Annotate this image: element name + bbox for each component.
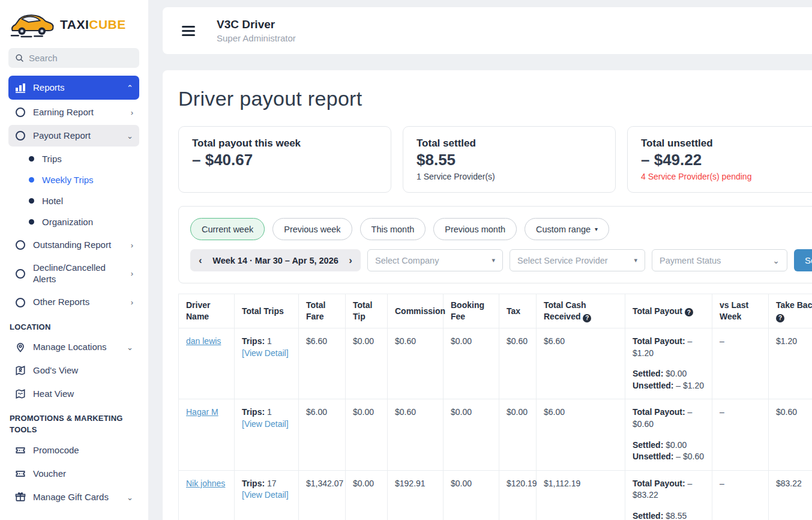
pill-this-month[interactable]: This month [360,218,426,240]
help-icon[interactable]: ? [583,314,591,322]
col-booking-fee: Booking Fee [444,294,499,328]
company-select[interactable]: Select Company ▾ [367,249,503,271]
pill-current-week[interactable]: Current week [190,218,265,240]
chevron-down-icon: ⌄ [127,132,133,140]
chevron-right-icon: › [131,298,133,306]
sidebar-item-voucher[interactable]: Voucher [8,463,139,485]
bar-chart-icon [14,82,26,94]
chevron-down-icon: ⌄ [127,494,133,501]
payout-cell: Total Payout: – $0.60 Settled: $0.00 Uns… [625,399,712,470]
page-title: Driver payout report [178,87,812,110]
chevron-right-icon: › [131,270,133,277]
week-label: Week 14 · Mar 30 – Apr 5, 2026 [212,256,338,265]
bullet-icon [29,177,34,183]
sidebar-item-earning-report[interactable]: Earning Report › [8,101,139,123]
card-subtext-pending: 4 Service Provider(s) pending [641,172,812,181]
table-row: Nik johnes Trips: 17[View Detail] $1,342… [179,470,812,520]
summary-cards: Total payout this week – $40.67 Total se… [178,126,812,193]
sidebar-item-gods-view[interactable]: God's View [8,360,139,381]
col-total-fare: Total Fare [299,294,346,328]
sidebar-subitem-weekly-trips[interactable]: Weekly Trips [8,169,139,190]
circle-icon [14,297,26,309]
view-detail-link[interactable]: [View Detail] [242,348,289,360]
bullet-icon [29,219,34,225]
sidebar-subitem-organization[interactable]: Organization [8,211,139,232]
sidebar-item-heat-view[interactable]: Heat View [8,383,139,405]
search-button[interactable]: Search [794,249,812,271]
circle-icon [14,239,26,251]
sidebar-item-label: Reports [33,82,120,94]
view-detail-link[interactable]: [View Detail] [242,489,289,501]
table-row: Hagar M Trips: 1[View Detail] $6.00 $0.0… [179,399,812,470]
date-range-pills: Current week Previous week This month Pr… [190,218,812,240]
caret-down-icon: ▾ [595,226,598,232]
card-value: – $49.22 [641,151,812,169]
sidebar-item-label: God's View [33,365,133,376]
payout-cell: Total Payout: – $83.22 Settled: $8.55 Un… [625,470,712,520]
user-title: V3C Driver [217,18,296,31]
pill-previous-month[interactable]: Previous month [433,218,517,240]
circle-icon [14,106,26,118]
driver-link[interactable]: Hagar M [186,407,218,417]
sidebar-item-label: Manage Gift Cards [33,492,120,503]
sidebar-item-label: Other Reports [33,297,124,308]
driver-link[interactable]: Nik johnes [186,479,225,488]
bullet-icon [29,198,34,204]
sidebar-item-reports[interactable]: Reports ⌃ [8,76,139,100]
sidebar-search[interactable] [8,48,139,68]
card-title: Total unsettled [641,138,812,150]
sidebar-item-label: Outstanding Report [33,240,124,251]
menu-icon[interactable] [181,23,196,38]
sidebar-subitem-label: Organization [42,217,93,227]
heat-map-icon [14,388,26,400]
brand-logo[interactable]: TAXICUBE [8,8,139,48]
payout-cell: Total Payout: – $1.20 Settled: $0.00 Uns… [625,328,712,399]
card-title: Total settled [417,138,602,150]
pill-previous-week[interactable]: Previous week [272,218,352,240]
col-take-back: Take Back ? [769,294,812,328]
filter-box: Current week Previous week This month Pr… [178,206,812,283]
sidebar-subitem-label: Hotel [42,196,63,206]
chevron-right-icon: › [131,241,133,249]
taxi-car-icon [8,10,56,40]
week-selector: ‹ Week 14 · Mar 30 – Apr 5, 2026 › [190,249,361,271]
service-provider-select[interactable]: Select Service Provider ▾ [510,249,645,271]
sidebar-subitem-trips[interactable]: Trips [8,148,139,169]
pill-custom-range[interactable]: Custom range ▾ [525,218,609,240]
help-icon[interactable]: ? [776,314,784,322]
search-input[interactable] [29,53,133,63]
col-commission: Commission [388,294,444,328]
sidebar-item-payout-report[interactable]: Payout Report ⌄ [8,125,139,147]
driver-link[interactable]: dan lewis [186,336,221,346]
ticket-icon [14,444,26,456]
section-heading-promotions: PROMOTIONS & MARKETING TOOLS [10,413,138,436]
prev-week-button[interactable]: ‹ [199,255,202,265]
caret-down-icon: ▾ [634,256,637,264]
card-value: – $40.67 [192,151,377,169]
brand-name: TAXICUBE [60,17,126,32]
sidebar-item-decline-cancelled-alerts[interactable]: Decline/Cancelled Alerts › [8,258,139,290]
topbar: V3C Driver Super Administrator [163,7,812,54]
col-total-tip: Total Tip [346,294,388,328]
sidebar-subitem-hotel[interactable]: Hotel [8,190,139,211]
sidebar-item-outstanding-report[interactable]: Outstanding Report › [8,234,139,256]
sidebar-item-manage-gift-cards[interactable]: Manage Gift Cards ⌄ [8,486,139,508]
card-subtext: 1 Service Provider(s) [417,172,602,181]
view-detail-link[interactable]: [View Detail] [242,419,289,431]
card-total-unsettled: Total unsettled – $49.22 4 Service Provi… [627,126,812,193]
content-panel: Driver payout report Total payout this w… [163,70,812,520]
help-icon[interactable]: ? [685,308,693,316]
ticket-icon [14,468,26,480]
next-week-button[interactable]: › [349,255,352,265]
sidebar-item-label: Decline/Cancelled Alerts [33,262,124,285]
circle-icon [14,130,26,142]
col-vs-last-week: vs Last Week [712,294,769,328]
payment-status-select[interactable]: Payment Status ⌄ [652,249,787,271]
location-pin-icon [14,341,26,353]
search-icon [15,53,24,62]
sidebar-item-promocode[interactable]: Promocode [8,440,139,461]
sidebar-item-other-reports[interactable]: Other Reports › [8,292,139,313]
sidebar-item-manage-locations[interactable]: Manage Locations ⌄ [8,336,139,358]
sidebar-item-label: Manage Locations [33,342,120,353]
chevron-down-icon: ⌄ [127,343,133,351]
